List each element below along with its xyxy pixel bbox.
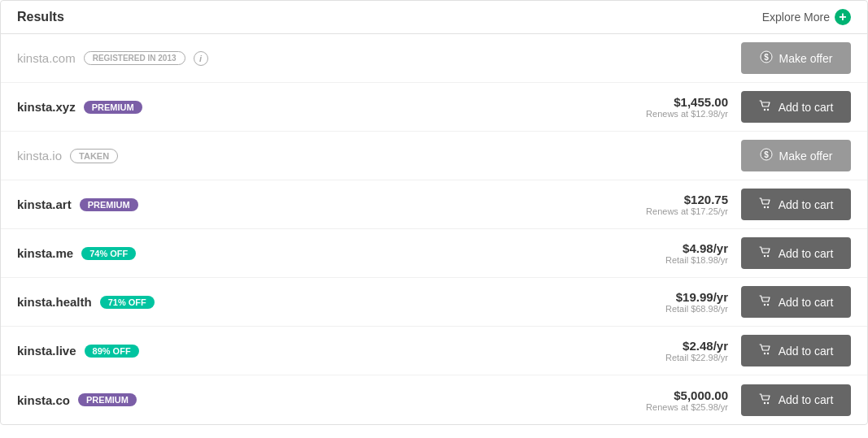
add-to-cart-button[interactable]: Add to cart [741, 189, 851, 220]
button-label: Add to cart [779, 101, 834, 114]
result-row: kinsta.comREGISTERED IN 2013i$Make offer [1, 34, 867, 83]
domain-section: kinsta.artPREMIUM [17, 197, 646, 211]
cart-icon [759, 99, 772, 115]
add-to-cart-button[interactable]: Add to cart [741, 384, 851, 416]
domain-section: kinsta.health71% OFF [17, 295, 665, 309]
plus-icon: + [835, 9, 851, 25]
button-label: Add to cart [779, 198, 834, 211]
add-to-cart-button[interactable]: Add to cart [741, 286, 851, 318]
button-label: Add to cart [779, 393, 834, 406]
add-to-cart-button[interactable]: Add to cart [741, 335, 851, 366]
svg-point-2 [763, 109, 765, 111]
result-row: kinsta.ioTAKEN$Make offer [1, 132, 867, 180]
domain-badge: 74% OFF [81, 247, 136, 260]
cart-icon [759, 343, 772, 358]
button-label: Make offer [779, 52, 833, 65]
price-section: $120.75Renews at $17.25/yr [646, 193, 728, 216]
price-sub: Renews at $25.98/yr [646, 402, 728, 412]
result-row: kinsta.me74% OFF$4.98/yrRetail $18.98/yr… [1, 229, 867, 278]
domain-name: kinsta.live [17, 344, 76, 358]
result-row: kinsta.health71% OFF$19.99/yrRetail $68.… [1, 278, 867, 327]
domain-badge: PREMIUM [80, 198, 138, 211]
dollar-icon: $ [760, 148, 773, 163]
price-sub: Retail $68.98/yr [665, 304, 728, 314]
result-row: kinsta.xyzPREMIUM$1,455.00Renews at $12.… [1, 83, 867, 132]
price-main: $5,000.00 [646, 388, 728, 402]
domain-list: kinsta.comREGISTERED IN 2013i$Make offer… [1, 34, 867, 424]
domain-section: kinsta.xyzPREMIUM [17, 100, 646, 114]
result-row: kinsta.live89% OFF$2.48/yrRetail $22.98/… [1, 327, 867, 375]
price-sub: Renews at $17.25/yr [646, 206, 728, 216]
button-label: Make offer [779, 150, 833, 163]
price-sub: Retail $22.98/yr [665, 353, 728, 362]
domain-name: kinsta.xyz [17, 100, 76, 114]
domain-badge: REGISTERED IN 2013 [84, 51, 185, 65]
button-label: Add to cart [779, 247, 834, 260]
svg-text:$: $ [764, 150, 769, 159]
domain-name: kinsta.art [17, 197, 72, 211]
price-main: $19.99/yr [665, 290, 728, 304]
result-row: kinsta.coPREMIUM$5,000.00Renews at $25.9… [1, 375, 867, 424]
price-section: $1,455.00Renews at $12.98/yr [646, 95, 728, 119]
svg-point-7 [766, 206, 768, 208]
cart-icon [759, 245, 772, 261]
domain-name: kinsta.co [17, 393, 70, 407]
domain-badge: 71% OFF [100, 296, 155, 309]
svg-point-13 [766, 353, 768, 354]
explore-more-button[interactable]: Explore More + [762, 9, 851, 25]
button-label: Add to cart [779, 296, 834, 309]
domain-name: kinsta.com [17, 51, 76, 65]
domain-name: kinsta.io [17, 149, 62, 163]
price-main: $4.98/yr [665, 241, 728, 255]
price-section: $19.99/yrRetail $68.98/yr [665, 290, 728, 314]
result-row: kinsta.artPREMIUM$120.75Renews at $17.25… [1, 180, 867, 229]
price-main: $1,455.00 [646, 95, 728, 109]
domain-name: kinsta.health [17, 295, 92, 309]
cart-icon [759, 294, 772, 310]
domain-section: kinsta.comREGISTERED IN 2013i [17, 51, 741, 66]
svg-point-9 [766, 255, 768, 257]
domain-section: kinsta.me74% OFF [17, 246, 665, 260]
svg-point-12 [763, 353, 765, 354]
make-offer-button[interactable]: $Make offer [741, 42, 851, 74]
price-main: $2.48/yr [665, 339, 728, 353]
price-main: $120.75 [646, 193, 728, 206]
domain-badge: 89% OFF [85, 345, 139, 358]
results-header: Results Explore More + [1, 1, 867, 34]
domain-section: kinsta.coPREMIUM [17, 393, 646, 407]
explore-more-label: Explore More [762, 11, 830, 24]
svg-point-10 [763, 304, 765, 306]
cart-icon [759, 392, 772, 408]
svg-point-8 [763, 255, 765, 257]
price-sub: Renews at $12.98/yr [646, 109, 728, 119]
svg-point-14 [763, 401, 765, 403]
add-to-cart-button[interactable]: Add to cart [741, 237, 851, 269]
domain-badge: PREMIUM [84, 101, 142, 114]
domain-section: kinsta.ioTAKEN [17, 149, 741, 163]
button-label: Add to cart [779, 345, 834, 358]
cart-icon [759, 197, 772, 212]
svg-point-15 [766, 401, 768, 403]
add-to-cart-button[interactable]: Add to cart [741, 91, 851, 123]
svg-point-11 [766, 304, 768, 306]
dollar-icon: $ [760, 50, 773, 66]
results-container: Results Explore More + kinsta.comREGISTE… [0, 0, 868, 425]
svg-point-3 [766, 109, 768, 111]
price-section: $4.98/yrRetail $18.98/yr [665, 241, 728, 265]
price-section: $5,000.00Renews at $25.98/yr [646, 388, 728, 412]
domain-badge: TAKEN [70, 149, 118, 163]
svg-text:$: $ [764, 53, 769, 62]
svg-point-6 [763, 206, 765, 208]
domain-badge: PREMIUM [78, 393, 137, 406]
page-title: Results [17, 10, 64, 24]
info-icon[interactable]: i [194, 51, 208, 66]
price-section: $2.48/yrRetail $22.98/yr [665, 339, 728, 362]
domain-section: kinsta.live89% OFF [17, 344, 665, 358]
domain-name: kinsta.me [17, 246, 73, 260]
make-offer-button[interactable]: $Make offer [741, 140, 851, 171]
price-sub: Retail $18.98/yr [665, 255, 728, 265]
